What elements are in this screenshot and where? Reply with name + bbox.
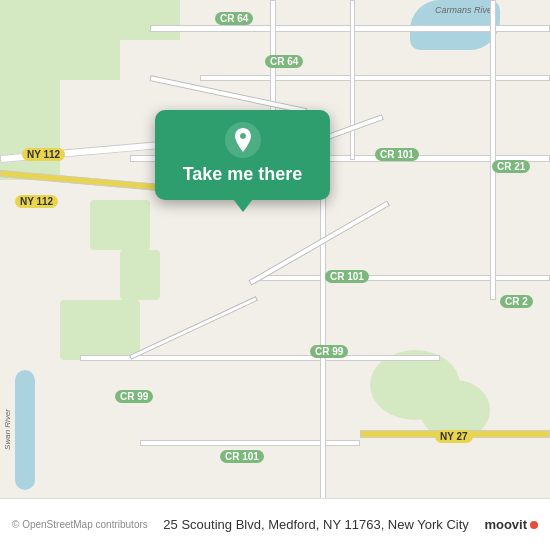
green-area xyxy=(0,0,120,80)
address-text: 25 Scouting Blvd, Medford, NY 11763, New… xyxy=(148,517,485,532)
popup-label: Take me there xyxy=(183,164,303,186)
green-area xyxy=(90,200,150,250)
moovit-logo: moovit xyxy=(484,517,538,532)
bottom-bar: © OpenStreetMap contributors 25 Scouting… xyxy=(0,498,550,550)
label-cr101-1: CR 101 xyxy=(375,148,419,161)
copyright-text: © OpenStreetMap contributors xyxy=(12,519,148,530)
label-ny27: NY 27 xyxy=(435,430,473,443)
green-area xyxy=(60,300,140,360)
road-cr101-bot xyxy=(140,440,360,446)
label-cr99-2: CR 99 xyxy=(115,390,153,403)
left-river xyxy=(15,370,35,490)
label-ny112-1: NY 112 xyxy=(22,148,65,161)
road-cr101-mid xyxy=(260,275,550,281)
location-pin-icon xyxy=(225,122,261,158)
road-v3 xyxy=(490,0,496,300)
green-area xyxy=(0,80,60,180)
road-cr64-mid xyxy=(200,75,550,81)
road-v4 xyxy=(350,0,355,160)
brand-name: moovit xyxy=(484,517,527,532)
label-ny112-2: NY 112 xyxy=(15,195,58,208)
label-cr64-1: CR 64 xyxy=(215,12,253,25)
label-cr101-2: CR 101 xyxy=(325,270,369,283)
left-river-label: Swan River xyxy=(3,409,12,450)
label-cr2: CR 2 xyxy=(500,295,533,308)
label-cr101-3: CR 101 xyxy=(220,450,264,463)
green-area xyxy=(120,0,180,40)
map-container: Carmans River Swan River CR 64 CR 64 CR … xyxy=(0,0,550,550)
label-cr21: CR 21 xyxy=(492,160,530,173)
popup-card[interactable]: Take me there xyxy=(155,110,330,200)
label-cr99-1: CR 99 xyxy=(310,345,348,358)
moovit-dot-icon xyxy=(530,521,538,529)
label-cr64-2: CR 64 xyxy=(265,55,303,68)
green-area xyxy=(120,250,160,300)
river-label: Carmans River xyxy=(435,5,495,15)
